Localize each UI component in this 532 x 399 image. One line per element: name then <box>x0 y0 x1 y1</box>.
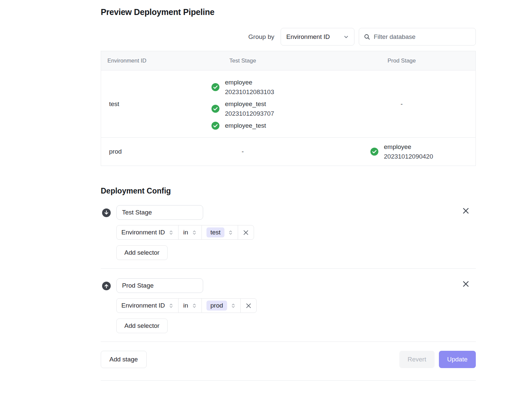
updown-chevrons-icon <box>169 230 174 235</box>
close-icon <box>246 303 251 308</box>
check-circle-icon <box>211 122 219 130</box>
close-icon <box>243 230 248 235</box>
main-content: Preview Deployment Pipeline Group by Env… <box>101 0 476 381</box>
revert-button[interactable]: Revert <box>399 351 435 368</box>
task-list: employee 20231012083103 employee_test 20… <box>211 70 274 137</box>
stage-config-prod-stage: Environment ID in prod <box>101 278 476 333</box>
environment-cell: prod <box>101 138 158 166</box>
task-version: 20231012083103 <box>225 87 274 97</box>
group-by-selected-value: Environment ID <box>286 33 330 41</box>
check-circle-icon <box>211 83 219 91</box>
task-name: employee <box>225 77 274 87</box>
table-row-prod: prod - employee 20231012090420 <box>101 138 475 166</box>
empty-cell-dash: - <box>158 138 328 166</box>
selector-key-select[interactable]: Environment ID <box>116 298 179 313</box>
task-item: employee_test <box>211 121 274 130</box>
divider <box>101 341 476 342</box>
empty-cell-dash: - <box>328 70 475 137</box>
table-row-test: test employee 20231012083103 employee_te… <box>101 70 475 138</box>
filter-database-input[interactable] <box>374 33 471 41</box>
task-version: 20231012090420 <box>384 152 433 161</box>
task-item: employee 20231012090420 <box>370 142 433 161</box>
footer-actions: Add stage Revert Update <box>101 351 476 368</box>
updown-chevrons-icon <box>192 230 197 235</box>
check-circle-icon <box>211 105 219 113</box>
divider <box>101 268 476 269</box>
selector-value-select[interactable]: test <box>201 225 238 240</box>
chevron-down-icon <box>343 34 349 40</box>
remove-selector-button[interactable] <box>238 225 254 240</box>
selector-operator-select[interactable]: in <box>178 298 202 313</box>
arrow-up-circle-icon <box>102 282 111 290</box>
stage-config-test-stage: Environment ID in test <box>101 205 476 260</box>
remove-stage-button[interactable] <box>462 280 469 288</box>
selector-row: Environment ID in test <box>116 225 476 240</box>
environment-cell: test <box>101 70 158 137</box>
group-by-label: Group by <box>248 33 274 41</box>
stage-name-input[interactable] <box>116 278 203 293</box>
selector-key-value: Environment ID <box>121 302 165 309</box>
selector-value-select[interactable]: prod <box>201 298 241 313</box>
task-item: employee 20231012083103 <box>211 77 274 97</box>
close-icon <box>463 281 469 287</box>
selector-operator-value: in <box>183 302 188 309</box>
column-header-prod-stage: Prod Stage <box>328 51 475 70</box>
selector-operator-value: in <box>183 229 188 236</box>
arrow-down-circle-icon <box>102 208 111 217</box>
updown-chevrons-icon <box>192 303 197 308</box>
toolbar: Group by Environment ID <box>101 28 476 46</box>
column-header-test-stage: Test Stage <box>158 51 328 70</box>
task-name: employee <box>384 142 433 152</box>
task-item: employee_test 20231012093707 <box>211 99 274 118</box>
remove-selector-button[interactable] <box>240 298 257 313</box>
filter-database-container <box>359 28 476 46</box>
selector-key-select[interactable]: Environment ID <box>116 225 179 240</box>
selector-key-value: Environment ID <box>121 229 165 236</box>
updown-chevrons-icon <box>228 230 233 235</box>
updown-chevrons-icon <box>169 303 174 308</box>
selector-operator-select[interactable]: in <box>178 225 202 240</box>
task-name: employee_test <box>225 121 266 130</box>
stage-name-input[interactable] <box>116 205 203 220</box>
selector-row: Environment ID in prod <box>116 298 476 313</box>
divider <box>101 380 476 381</box>
check-circle-icon <box>370 148 378 156</box>
prod-stage-cell: employee 20231012090420 <box>328 138 475 166</box>
page-title: Preview Deployment Pipeline <box>101 7 476 17</box>
task-version: 20231012093707 <box>225 109 274 118</box>
selector-value-tag: test <box>206 227 225 237</box>
column-header-environment-id: Environment ID <box>101 51 158 70</box>
add-selector-button[interactable]: Add selector <box>116 319 168 333</box>
task-name: employee_test <box>225 99 274 109</box>
add-stage-button[interactable]: Add stage <box>101 351 147 368</box>
group-by-select[interactable]: Environment ID <box>281 28 354 46</box>
add-selector-button[interactable]: Add selector <box>116 245 168 260</box>
table-header-row: Environment ID Test Stage Prod Stage <box>101 51 475 70</box>
close-icon <box>463 208 469 214</box>
selector-value-tag: prod <box>206 301 227 311</box>
pipeline-table: Environment ID Test Stage Prod Stage tes… <box>101 51 476 166</box>
section-title: Deployment Config <box>101 187 476 196</box>
remove-stage-button[interactable] <box>462 207 469 214</box>
search-icon <box>364 34 370 40</box>
update-button[interactable]: Update <box>439 351 476 368</box>
updown-chevrons-icon <box>231 303 236 308</box>
test-stage-cell: employee 20231012083103 employee_test 20… <box>158 70 328 137</box>
